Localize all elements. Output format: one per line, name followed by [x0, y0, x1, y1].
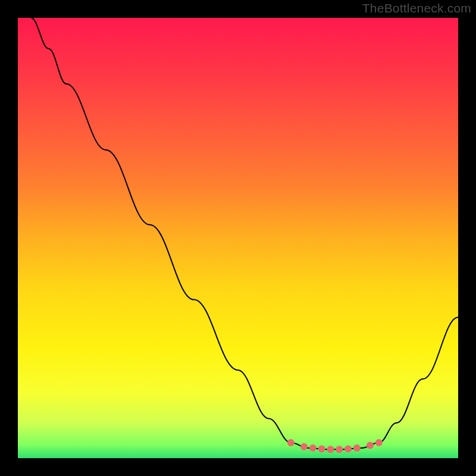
valley-marker [300, 443, 308, 450]
valley-marker [327, 446, 334, 453]
chart-plot-area [18, 18, 458, 458]
watermark-text: TheBottleneck.com [362, 1, 471, 15]
chart-svg [18, 18, 458, 458]
chart-background [18, 18, 458, 458]
valley-marker [367, 442, 374, 449]
valley-marker [375, 439, 383, 446]
valley-marker [287, 439, 295, 446]
valley-marker [309, 444, 317, 452]
valley-marker [318, 445, 325, 452]
valley-marker [336, 446, 343, 453]
valley-marker [353, 444, 361, 452]
valley-marker [345, 445, 352, 452]
